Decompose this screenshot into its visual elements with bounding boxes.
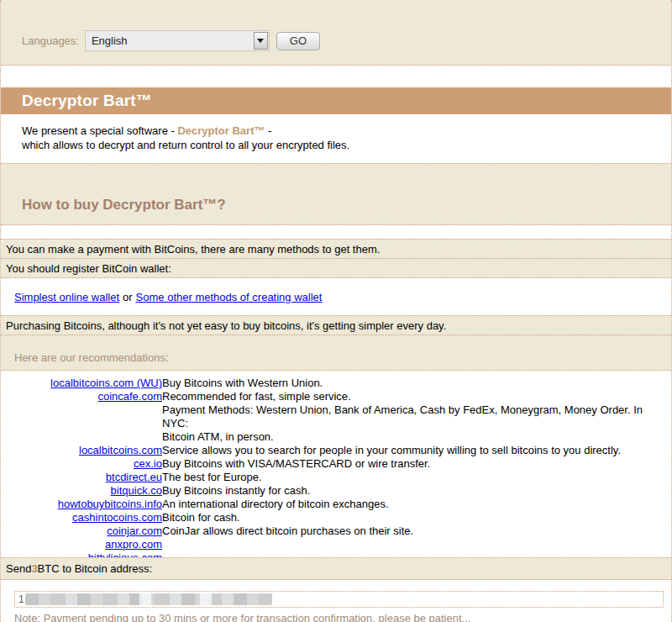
exchange-desc: Bitcoin for cash. (162, 511, 671, 524)
btc-amount: 3 (31, 562, 37, 575)
table-row: bitquick.co Buy Bitcoins instantly for c… (1, 484, 671, 498)
exchange-link[interactable]: localbitcoins.com (WU) (50, 377, 162, 389)
send-btc-bar: Send 3 BTC to Bitcoin address: (1, 557, 671, 580)
howto-section: How to buy Decryptor Bart™? (1, 163, 671, 225)
send-suffix: BTC to Bitcoin address: (38, 562, 153, 575)
exchange-link[interactable]: cashintocoins.com (72, 511, 162, 524)
page-title: Decryptor Bart™ (22, 92, 152, 110)
brand-name: Decryptor Bart™ (177, 124, 265, 137)
purchasing-bar: Purchasing Bitcoins, although it's not y… (1, 315, 671, 335)
register-wallet-bar: You should register BitCoin wallet: (1, 259, 671, 278)
language-select-value: English (92, 34, 128, 47)
table-row: cashintocoins.com Bitcoin for cash. (1, 511, 671, 524)
exchange-link[interactable]: coinjar.com (107, 524, 162, 537)
recommendations-table: localbitcoins.com (WU) Buy Bitcoins with… (1, 377, 671, 557)
censored-address-blur (25, 593, 272, 605)
wallet-links-section: Simplest online walletorSome other metho… (1, 278, 671, 315)
exchange-desc: CoinJar allows direct bitcoin purchases … (162, 524, 671, 538)
payment-methods-text: You can make a payment with BitCoins, th… (6, 243, 380, 256)
payment-footer-section: 1 Note: Payment pending up to 30 mins or… (1, 580, 671, 622)
intro-text-before: We present a special software - (22, 124, 177, 137)
exchange-desc: Buy Bitcoins with Western Union. (162, 377, 671, 390)
bitcoin-address-field[interactable]: 1 (14, 591, 664, 608)
simplest-wallet-link[interactable]: Simplest online wallet (14, 291, 119, 303)
exchange-desc (162, 538, 671, 551)
chevron-down-icon[interactable] (254, 32, 268, 50)
exchange-desc: Buy Bitcoins instantly for cash. (162, 484, 671, 498)
language-section: Languages: English GO (1, 0, 671, 66)
language-label: Languages: (22, 34, 79, 47)
exchange-link[interactable]: cex.io (134, 457, 162, 470)
intro-section: We present a special software - Decrypto… (1, 114, 671, 163)
exchange-link[interactable]: anxpro.com (105, 538, 162, 551)
exchange-desc: Recommended for fast, simple service. Pa… (162, 390, 671, 444)
language-select[interactable]: English (85, 30, 270, 51)
send-prefix: Send (6, 562, 31, 575)
howto-heading: How to buy Decryptor Bart™? (22, 197, 671, 213)
table-row: btcdirect.eu The best for Europe. (1, 471, 671, 484)
exchange-desc: The best for Europe. (162, 471, 671, 484)
register-wallet-text: You should register BitCoin wallet: (6, 262, 171, 275)
recommendations-table-section: localbitcoins.com (WU) Buy Bitcoins with… (1, 371, 671, 557)
table-row: coincafe.com Recommended for fast, simpl… (1, 390, 671, 444)
table-row: localbitcoins.com Service allows you to … (1, 444, 671, 457)
exchange-link[interactable]: coincafe.com (97, 390, 162, 403)
recommendations-heading: Here are our recommendations: (14, 351, 169, 364)
language-row: Languages: English GO (22, 30, 671, 51)
exchange-link[interactable]: howtobuybitcoins.info (58, 498, 162, 510)
table-row: coinjar.com CoinJar allows direct bitcoi… (1, 524, 671, 538)
page: { "colors": { "accent_tan": "#cd9e74", "… (0, 0, 672, 622)
or-separator: or (123, 291, 133, 303)
intro-text-after: - (265, 124, 271, 137)
table-row: howtobuybitcoins.info An international d… (1, 498, 671, 511)
address-visible-prefix: 1 (18, 593, 24, 605)
exchange-link[interactable]: btcdirect.eu (106, 471, 162, 483)
exchange-desc: Service allows you to search for people … (162, 444, 671, 457)
exchange-desc (162, 551, 671, 557)
spacer (1, 66, 671, 87)
payment-note: Note: Payment pending up to 30 mins or m… (1, 612, 671, 622)
exchange-desc: An international directory of bitcoin ex… (162, 498, 671, 511)
table-row: bittylicious.com (1, 551, 671, 557)
exchange-link[interactable]: bitquick.co (111, 484, 162, 497)
go-button[interactable]: GO (276, 32, 320, 50)
payment-methods-bar: You can make a payment with BitCoins, th… (1, 239, 671, 259)
recommendations-heading-section: Here are our recommendations: (1, 335, 671, 371)
intro-text-line2: which allows to decrypt and return contr… (22, 139, 349, 151)
table-row: localbitcoins.com (WU) Buy Bitcoins with… (1, 377, 671, 390)
purchasing-text: Purchasing Bitcoins, although it's not y… (6, 319, 446, 332)
exchange-link[interactable]: localbitcoins.com (79, 444, 162, 456)
spacer (1, 225, 671, 239)
title-bar: Decryptor Bart™ (1, 87, 671, 114)
other-wallet-methods-link[interactable]: Some other methods of creating wallet (136, 291, 323, 303)
exchange-desc: Buy Bitcoins with VISA/MASTERCARD or wir… (162, 457, 671, 471)
table-row: anxpro.com (1, 538, 671, 551)
table-row: cex.io Buy Bitcoins with VISA/MASTERCARD… (1, 457, 671, 471)
exchange-link[interactable]: bittylicious.com (88, 551, 162, 557)
